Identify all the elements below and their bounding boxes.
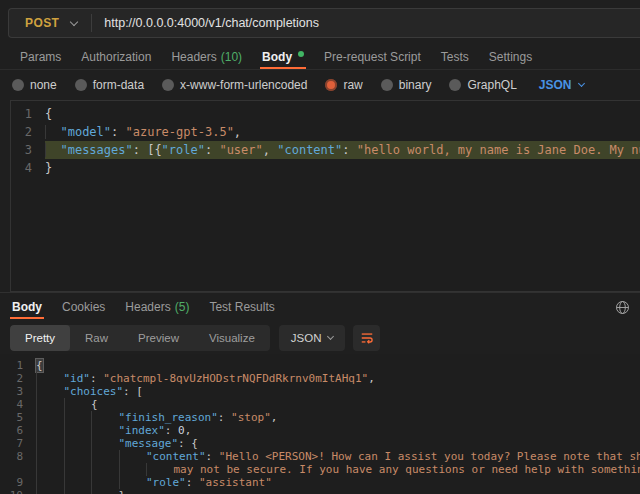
method-label: POST <box>25 16 59 30</box>
mode-raw[interactable]: raw <box>325 78 362 92</box>
response-body-editor[interactable]: 1{2 "id": "chatcmpl-8qvUzHODstrNQFDdRkrn… <box>0 354 640 494</box>
request-body-editor[interactable]: 1{2 "model": "azure-gpt-3.5",3 "messages… <box>10 100 640 292</box>
line-number: 4 <box>0 398 36 411</box>
response-tab-cookies[interactable]: Cookies <box>52 293 115 321</box>
tab-label: Body <box>262 50 292 64</box>
mode-graphql[interactable]: GraphQL <box>449 78 516 92</box>
tab-label: Headers <box>125 300 170 314</box>
line-number: 2 <box>11 123 45 141</box>
code-line: 2 "id": "chatcmpl-8qvUzHODstrNQFDdRkrnv0… <box>0 372 640 385</box>
mode-label: form-data <box>93 78 144 92</box>
wrap-text-button[interactable] <box>353 325 380 351</box>
wrap-text-icon <box>360 331 374 345</box>
response-format-label: JSON <box>291 332 322 344</box>
tab-label: Headers <box>171 50 216 64</box>
code-line: 4 { <box>0 398 640 411</box>
response-tab-body[interactable]: Body <box>2 293 52 321</box>
mode-label: none <box>30 78 57 92</box>
radio-icon <box>162 79 174 91</box>
line-number: 9 <box>0 476 36 489</box>
mode-form-data[interactable]: form-data <box>75 78 144 92</box>
radio-selected-icon <box>325 79 337 91</box>
mode-x-www-form-urlencoded[interactable]: x-www-form-urlencoded <box>162 78 307 92</box>
radio-icon <box>449 79 461 91</box>
body-mode-row: none form-data x-www-form-urlencoded raw… <box>0 70 640 100</box>
tab-settings[interactable]: Settings <box>479 45 542 69</box>
view-label: Preview <box>138 332 179 344</box>
line-number: 4 <box>11 159 45 177</box>
tab-label: Authorization <box>81 50 151 64</box>
mode-none[interactable]: none <box>12 78 57 92</box>
line-number: 3 <box>0 385 36 398</box>
code-line: 6 "index": 0, <box>0 424 640 437</box>
code-line: 5 "finish_reason": "stop", <box>0 411 640 424</box>
view-preview[interactable]: Preview <box>123 325 194 351</box>
view-raw[interactable]: Raw <box>70 325 123 351</box>
code-line: 4} <box>11 159 640 177</box>
view-pretty[interactable]: Pretty <box>10 325 70 351</box>
request-tabs: Params Authorization Headers(10) Body Pr… <box>0 45 640 70</box>
code-line: 2 "model": "azure-gpt-3.5", <box>11 123 640 141</box>
mode-label: binary <box>399 78 432 92</box>
radio-icon <box>381 79 393 91</box>
request-url-bar: POST http://0.0.0.0:4000/v1/chat/complet… <box>8 8 640 38</box>
line-number: 1 <box>11 105 45 123</box>
code-line: 1{ <box>0 359 640 372</box>
chevron-down-icon <box>70 17 78 25</box>
response-format-selector[interactable]: JSON <box>279 325 346 351</box>
response-toolbar: Pretty Raw Preview Visualize JSON <box>0 321 640 354</box>
line-number <box>0 463 36 476</box>
code-line: may not be secure. If you have any quest… <box>0 463 640 476</box>
response-tabs: Body Cookies Headers(5) Test Results <box>0 292 640 321</box>
response-view-switch: Pretty Raw Preview Visualize <box>10 325 270 351</box>
line-number: 1 <box>0 359 36 372</box>
view-visualize[interactable]: Visualize <box>194 325 270 351</box>
body-modified-dot-icon <box>298 51 304 57</box>
tab-body[interactable]: Body <box>252 45 314 69</box>
mode-label: raw <box>343 78 362 92</box>
tab-label: Params <box>20 50 61 64</box>
code-line: 7 "message": { <box>0 437 640 450</box>
tab-headers[interactable]: Headers(10) <box>161 45 252 69</box>
line-number: 5 <box>0 411 36 424</box>
method-selector[interactable]: POST <box>9 9 91 37</box>
tab-label: Tests <box>441 50 469 64</box>
tab-authorization[interactable]: Authorization <box>71 45 161 69</box>
line-number: 10 <box>0 489 36 494</box>
response-tab-headers[interactable]: Headers(5) <box>115 293 199 321</box>
view-label: Raw <box>85 332 108 344</box>
globe-icon[interactable] <box>615 293 630 321</box>
radio-icon <box>12 79 24 91</box>
mode-label: GraphQL <box>467 78 516 92</box>
code-line: 3 "messages": [{"role": "user", "content… <box>11 141 640 159</box>
raw-format-label: JSON <box>539 78 572 92</box>
line-number: 7 <box>0 437 36 450</box>
tab-label: Body <box>12 300 42 314</box>
mode-label: x-www-form-urlencoded <box>180 78 307 92</box>
tab-label: Cookies <box>62 300 105 314</box>
tab-params[interactable]: Params <box>10 45 71 69</box>
tab-tests[interactable]: Tests <box>431 45 479 69</box>
line-number: 8 <box>0 450 36 463</box>
tab-pre-request-script[interactable]: Pre-request Script <box>314 45 431 69</box>
tab-label: Test Results <box>209 300 274 314</box>
code-line: 3 "choices": [ <box>0 385 640 398</box>
tab-label: Settings <box>489 50 532 64</box>
line-number: 3 <box>11 141 45 159</box>
view-label: Pretty <box>25 332 55 344</box>
raw-format-selector[interactable]: JSON <box>539 78 584 92</box>
view-label: Visualize <box>209 332 255 344</box>
response-tab-test-results[interactable]: Test Results <box>199 293 284 321</box>
line-number: 2 <box>0 372 36 385</box>
line-number: 6 <box>0 424 36 437</box>
code-line: 1{ <box>11 105 640 123</box>
tab-label: Pre-request Script <box>324 50 421 64</box>
url-input[interactable]: http://0.0.0.0:4000/v1/chat/completions <box>92 16 640 30</box>
chevron-down-icon <box>577 80 584 87</box>
postman-window: POST http://0.0.0.0:4000/v1/chat/complet… <box>0 0 640 494</box>
mode-binary[interactable]: binary <box>381 78 432 92</box>
chevron-down-icon <box>327 332 334 339</box>
code-line: 8 "content": "Hello <PERSON>! How can I … <box>0 450 640 463</box>
headers-count-badge: (10) <box>221 50 242 64</box>
code-line: 9 "role": "assistant" <box>0 476 640 489</box>
